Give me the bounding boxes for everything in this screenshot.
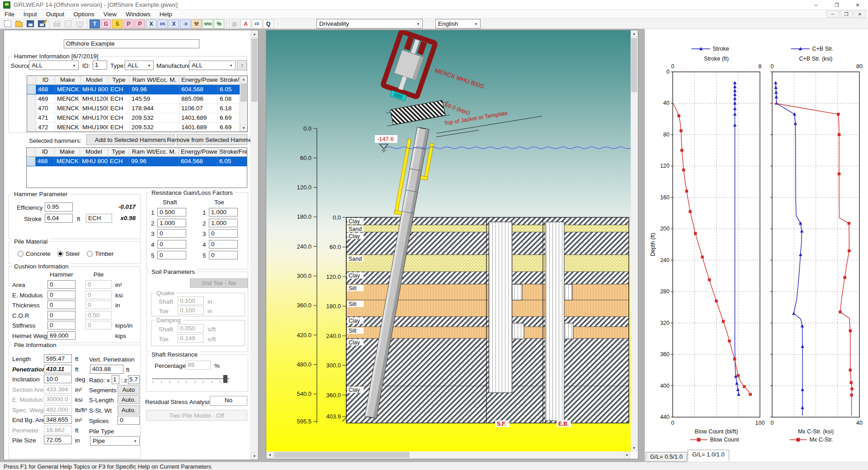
table-cell[interactable]: 6.05 bbox=[217, 157, 247, 166]
resistance-toe-input[interactable]: 0 bbox=[209, 229, 238, 238]
resistance-shaft-input[interactable]: 0 bbox=[157, 240, 186, 249]
menu-options[interactable]: Options bbox=[69, 10, 99, 18]
table-cell[interactable]: ECH bbox=[108, 94, 130, 104]
ratio-x-input[interactable]: 1 bbox=[112, 375, 119, 384]
table-cell[interactable]: MENCK bbox=[55, 85, 80, 94]
row-selector[interactable] bbox=[27, 157, 36, 166]
gain-loss-tab-1[interactable]: G/L= 1.0/1.0 bbox=[688, 450, 729, 461]
ratio-z-input[interactable]: 5.7 bbox=[128, 375, 140, 384]
cushion-hammer-input[interactable]: 69.000 bbox=[47, 331, 75, 340]
scrollbar-thumb[interactable] bbox=[631, 38, 637, 92]
pile-info-field[interactable]: 410.11 bbox=[44, 365, 72, 373]
shaft-resistance-slider-handle[interactable] bbox=[223, 375, 227, 383]
resistance-toe-input[interactable]: 0 bbox=[209, 240, 238, 249]
hammer-gavel-icon[interactable]: ⚒ bbox=[191, 19, 202, 28]
table-cell[interactable]: 145.59 bbox=[130, 94, 179, 104]
column-header[interactable]: Make bbox=[55, 148, 80, 157]
table-cell[interactable]: 6.69 bbox=[218, 123, 241, 132]
table-cell[interactable]: 6.18 bbox=[218, 104, 241, 113]
scroll-down-arrow[interactable]: ▼ bbox=[631, 445, 637, 451]
column-header[interactable]: Model bbox=[80, 148, 108, 157]
scrollbar-thumb[interactable] bbox=[251, 38, 258, 102]
pile-material-radio-concrete[interactable]: Concrete bbox=[18, 250, 51, 257]
vertical-penetration-field[interactable]: 403.88 bbox=[90, 365, 123, 374]
pile-input-icon[interactable]: P bbox=[123, 19, 134, 28]
table-cell[interactable]: 604.568 bbox=[179, 85, 218, 94]
pile-info-field[interactable]: 10.0 bbox=[44, 375, 72, 383]
scroll-down-arrow[interactable]: ▼ bbox=[240, 125, 247, 132]
ff-icon[interactable]: FF bbox=[252, 19, 262, 28]
depth-1d-icon[interactable]: ↓D bbox=[180, 19, 190, 28]
center-vertical-scrollbar[interactable]: ▲ ▼ bbox=[631, 30, 638, 451]
table-cell[interactable]: 6.69 bbox=[218, 113, 241, 123]
table-cell[interactable]: MHU1500S bbox=[80, 104, 108, 113]
column-header[interactable]: ID bbox=[36, 148, 55, 157]
column-header[interactable]: Ram Wt/Ecc. M. bbox=[130, 76, 179, 85]
save-icon[interactable] bbox=[25, 19, 35, 28]
bx-icon[interactable]: X bbox=[169, 19, 179, 28]
title-input-icon[interactable]: T bbox=[90, 19, 100, 28]
percent-icon[interactable]: % bbox=[214, 19, 224, 28]
pile-profile-icon[interactable]: P bbox=[135, 19, 145, 28]
pile-info-field[interactable]: 348.655 bbox=[44, 415, 72, 424]
table-cell[interactable]: 99.96 bbox=[130, 85, 179, 94]
resistance-shaft-input[interactable]: 1.000 bbox=[157, 219, 186, 227]
mdi-restore-button[interactable]: ❐ bbox=[840, 10, 853, 18]
table-cell[interactable]: MENCK bbox=[55, 104, 80, 113]
close-button[interactable]: ✕ bbox=[847, 0, 868, 10]
table-cell[interactable]: 1401.689 bbox=[179, 123, 218, 132]
resistance-shaft-input[interactable]: 0 bbox=[157, 229, 186, 238]
table-cell[interactable]: MHU 800S bbox=[80, 157, 108, 166]
scroll-up-arrow[interactable]: ▲ bbox=[251, 30, 258, 38]
resistance-shaft-input[interactable]: 0.500 bbox=[157, 208, 186, 216]
resistance-shaft-input[interactable]: 0 bbox=[157, 251, 186, 259]
column-header[interactable]: Type bbox=[108, 76, 130, 85]
column-header[interactable]: Stroke/Freq. bbox=[217, 148, 247, 157]
column-header[interactable]: ID bbox=[36, 76, 55, 85]
table-cell[interactable]: 6.08 bbox=[218, 94, 241, 104]
table-cell[interactable]: MHU1200S bbox=[80, 94, 108, 104]
cushion-hammer-input[interactable]: 0 bbox=[47, 321, 75, 329]
table-cell[interactable]: 209.532 bbox=[130, 113, 179, 123]
gain-loss-input-icon[interactable]: G bbox=[101, 19, 111, 28]
cushion-hammer-input[interactable]: 0 bbox=[47, 291, 75, 299]
table-cell[interactable]: 469 bbox=[36, 94, 55, 104]
language-dropdown[interactable]: English ▾ bbox=[435, 19, 481, 28]
manufacturer-dropdown[interactable]: ALL▾ bbox=[189, 61, 236, 70]
table-row[interactable]: 468MENCKMHU 800SECH99.96604.5686.05 bbox=[27, 85, 247, 94]
menu-file[interactable]: File bbox=[0, 10, 19, 18]
table-cell[interactable]: ECH bbox=[108, 104, 130, 113]
open-file-icon[interactable] bbox=[14, 19, 24, 28]
row-selector[interactable] bbox=[27, 104, 36, 113]
scrollbar-thumb[interactable] bbox=[241, 84, 247, 102]
table-row[interactable]: 471MENCKMHU1700TECH209.5321401.6896.69 bbox=[27, 113, 247, 123]
menu-help[interactable]: Help bbox=[155, 10, 177, 18]
analysis-a-icon[interactable]: A bbox=[241, 19, 251, 28]
ds-icon[interactable]: DS bbox=[157, 19, 168, 28]
collapse-up-button[interactable]: ↑ bbox=[237, 60, 247, 70]
cut-x-icon[interactable]: X bbox=[146, 19, 156, 28]
type-dropdown[interactable]: ALL▾ bbox=[125, 61, 154, 70]
column-header[interactable]: Ram Wt/Ecc. M. bbox=[129, 148, 179, 157]
table-row[interactable]: 469MENCKMHU1200SECH145.59885.0966.08 bbox=[27, 94, 247, 104]
cushion-hammer-input[interactable]: 0 bbox=[47, 301, 75, 309]
cushion-hammer-input[interactable]: 0 bbox=[47, 280, 75, 289]
stroke-input[interactable]: 6.04 bbox=[45, 214, 73, 223]
residual-stress-button[interactable]: No bbox=[210, 396, 247, 406]
analysis-type-dropdown[interactable]: Driveability ▾ bbox=[316, 19, 423, 28]
column-header[interactable]: Stroke/Freq. bbox=[218, 76, 241, 85]
row-selector[interactable] bbox=[27, 94, 36, 104]
segments-button[interactable]: Auto bbox=[118, 385, 140, 394]
table-cell[interactable]: MENCK bbox=[55, 123, 80, 132]
soil-input-icon[interactable]: S bbox=[112, 19, 123, 28]
table-cell[interactable]: 604.568 bbox=[179, 157, 217, 166]
resistance-toe-input[interactable]: 1.000 bbox=[209, 208, 238, 216]
column-header[interactable]: Make bbox=[55, 76, 80, 85]
remove-from-selected-hammers-button[interactable]: Remove from Selected Hammers bbox=[177, 134, 247, 145]
table-cell[interactable]: MHU1900S bbox=[80, 123, 108, 132]
table-cell[interactable]: 471 bbox=[36, 113, 55, 123]
column-header[interactable]: Type bbox=[108, 148, 129, 157]
mdi-minimize-button[interactable]: ─ bbox=[826, 10, 839, 18]
menu-windows[interactable]: Windows bbox=[121, 10, 155, 18]
srd-icon[interactable]: SRD bbox=[203, 19, 213, 28]
